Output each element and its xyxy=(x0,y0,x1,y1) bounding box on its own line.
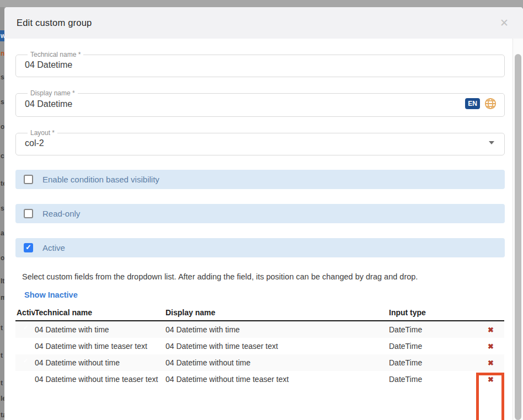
remove-row-icon[interactable]: ✖ xyxy=(477,359,504,367)
background-strip: wnseseoctesagolltmtttleta xyxy=(0,7,4,420)
row-technical-name: 04 Datetime without time teaser text xyxy=(35,375,166,384)
row-display-name: 04 Datetime without time teaser text xyxy=(166,375,389,384)
remove-row-icon[interactable]: ✖ xyxy=(477,342,504,351)
dialog-body: Technical name * 04 Datetime Display nam… xyxy=(4,51,523,420)
background-text-fragment: s xyxy=(1,204,4,212)
display-name-field[interactable]: Display name * 04 Datetime EN xyxy=(15,90,505,117)
display-name-input[interactable]: 04 Datetime xyxy=(24,98,465,109)
language-badge[interactable]: EN xyxy=(465,98,480,109)
background-text-fragment: lt xyxy=(1,277,4,285)
column-header-technical-name: Technical name xyxy=(35,308,166,317)
dialog-header: Edit custom group ✕ xyxy=(4,7,523,39)
table-row: 04 Datetime without time04 Datetime with… xyxy=(15,354,504,371)
row-technical-name: 04 Datetime with time xyxy=(35,325,166,334)
helper-text: Select custom fields from the dropdown l… xyxy=(22,272,505,281)
row-display-name: 04 Datetime without time xyxy=(166,358,389,367)
technical-name-input[interactable]: 04 Datetime xyxy=(24,59,497,70)
row-active-cell xyxy=(15,325,35,334)
table-header-row: ActiveTechnical nameDisplay nameInput ty… xyxy=(15,308,504,321)
row-active-cell xyxy=(15,375,35,384)
globe-icon[interactable] xyxy=(484,98,497,110)
table-row: 04 Datetime with time04 Datetime with ti… xyxy=(15,321,504,338)
layout-select[interactable]: col-2 xyxy=(24,137,489,148)
row-active-cell xyxy=(15,342,35,351)
technical-name-label: Technical name * xyxy=(28,51,83,58)
background-text-fragment: w xyxy=(0,30,4,41)
row-technical-name: 04 Datetime with time teaser text xyxy=(35,342,166,351)
background-text-fragment: te xyxy=(1,180,4,187)
background-text-fragment: se xyxy=(1,73,4,81)
custom-fields-table: ActiveTechnical nameDisplay nameInput ty… xyxy=(15,308,504,387)
row-input-type: DateTime xyxy=(389,375,477,384)
row-input-type: DateTime xyxy=(389,358,477,367)
column-header-display-name: Display name xyxy=(166,308,389,317)
background-text-fragment: ag xyxy=(1,229,4,237)
chevron-down-icon[interactable] xyxy=(489,141,494,144)
background-text-fragment: t xyxy=(1,379,4,387)
dimmed-overlay xyxy=(0,0,523,7)
table-row: 04 Datetime without time teaser text04 D… xyxy=(15,371,504,387)
toggle-active[interactable]: Active xyxy=(15,238,505,257)
scrollbar-track[interactable] xyxy=(513,39,523,420)
column-header-input-type: Input type xyxy=(389,308,477,317)
column-header-active: Active xyxy=(15,308,35,317)
table-row: 04 Datetime with time teaser text04 Date… xyxy=(15,338,504,354)
checkbox-unchecked-icon[interactable] xyxy=(24,175,33,184)
checkbox-checked-icon[interactable] xyxy=(24,243,33,252)
background-text-fragment: n xyxy=(1,50,4,57)
remove-row-icon[interactable]: ✖ xyxy=(477,375,504,384)
toggle-label: Read-only xyxy=(42,209,80,218)
toggle-enable-condition-based-visibility[interactable]: Enable condition based visibility xyxy=(15,170,505,189)
background-text-fragment: c xyxy=(1,152,4,160)
row-active-cell xyxy=(15,358,35,367)
background-text-fragment: ta xyxy=(1,411,4,419)
toggle-list: Enable condition based visibilityRead-on… xyxy=(15,170,505,257)
show-inactive-link[interactable]: Show Inactive xyxy=(24,290,78,299)
background-text-fragment: le xyxy=(1,395,4,402)
row-display-name: 04 Datetime with time teaser text xyxy=(166,342,389,351)
close-icon[interactable]: ✕ xyxy=(500,18,509,28)
background-text-fragment: ol xyxy=(1,254,4,262)
display-name-label: Display name * xyxy=(28,90,78,97)
remove-row-icon[interactable]: ✖ xyxy=(477,326,504,334)
background-text-fragment: se xyxy=(1,98,4,106)
layout-field[interactable]: Layout * col-2 xyxy=(15,130,505,155)
background-text-fragment: o xyxy=(1,123,4,131)
dialog-title: Edit custom group xyxy=(17,18,92,28)
technical-name-field[interactable]: Technical name * 04 Datetime xyxy=(15,51,505,77)
toggle-read-only[interactable]: Read-only xyxy=(15,204,505,223)
background-text-fragment: t xyxy=(1,324,4,332)
row-input-type: DateTime xyxy=(389,325,477,334)
row-display-name: 04 Datetime with time xyxy=(166,325,389,334)
scrollbar-thumb[interactable] xyxy=(515,54,521,420)
checkbox-unchecked-icon[interactable] xyxy=(24,209,33,218)
row-input-type: DateTime xyxy=(389,342,477,351)
toggle-label: Enable condition based visibility xyxy=(42,175,159,184)
background-text-fragment: m xyxy=(1,294,4,301)
row-technical-name: 04 Datetime without time xyxy=(35,358,166,367)
background-text-fragment: t xyxy=(1,352,4,359)
layout-label: Layout * xyxy=(28,130,57,137)
toggle-label: Active xyxy=(42,243,65,252)
edit-custom-group-dialog: Edit custom group ✕ Technical name * 04 … xyxy=(4,7,523,420)
